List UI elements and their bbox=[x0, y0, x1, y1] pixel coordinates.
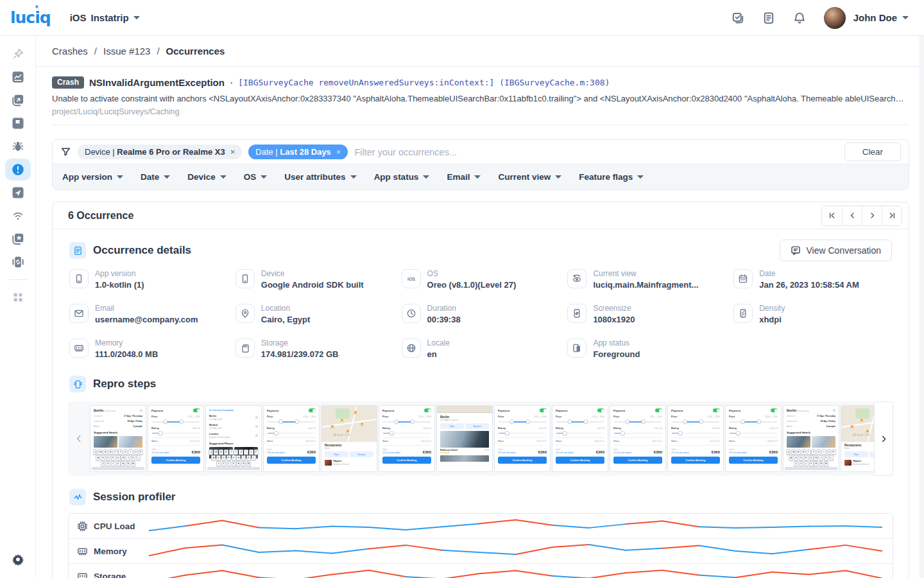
repro-step-thumbnail-location[interactable]: ➤ Current Location Berlin13-23 Apr 2018M… bbox=[205, 405, 262, 472]
alert-icon bbox=[12, 163, 24, 176]
sidebar-item-bug-reports[interactable] bbox=[5, 136, 31, 157]
filter-dropdown-app-status[interactable]: App status bbox=[374, 172, 430, 182]
bell-icon[interactable] bbox=[788, 6, 811, 30]
detail-field: Email username@company.com bbox=[69, 304, 228, 328]
user-menu-chevron-icon[interactable] bbox=[902, 15, 909, 20]
filter-chips: Device | Realme 6 Pro or Realme X3×Date … bbox=[78, 144, 348, 159]
repro-step-thumbnail-payment[interactable]: Payment Price€150 — €350 Ratingfrom 1.6 … bbox=[379, 405, 435, 472]
filter-dropdown-app-version[interactable]: App version bbox=[62, 172, 123, 182]
filter-dropdown-date[interactable]: Date bbox=[141, 172, 170, 182]
crash-message: Unable to activate constraint with ancho… bbox=[52, 94, 909, 103]
scrollbar[interactable] bbox=[920, 36, 924, 578]
repro-step-thumbnail-payment[interactable]: Payment Price€150 — €350 Ratingfrom 1.6 … bbox=[667, 405, 724, 472]
memory-icon bbox=[77, 546, 88, 557]
repro-section-title: Repro steps bbox=[93, 378, 156, 390]
detail-label: App status bbox=[593, 338, 640, 347]
profiler-sparkline bbox=[149, 516, 882, 536]
clock-icon bbox=[402, 304, 421, 323]
pagination-next-button[interactable] bbox=[862, 206, 882, 225]
view-conversation-button[interactable]: View Conversation bbox=[780, 240, 892, 261]
carousel-prev-icon[interactable] bbox=[68, 434, 90, 443]
avatar[interactable] bbox=[824, 7, 846, 29]
chip-close-icon[interactable]: × bbox=[336, 147, 341, 157]
carousel-next-button[interactable] bbox=[874, 401, 893, 476]
user-name[interactable]: John Doe bbox=[853, 12, 897, 23]
repro-step-thumbnail-search[interactable]: Berlin Germany Check-In17 Apr, ThursdayC… bbox=[783, 405, 839, 472]
app-switcher[interactable]: iOS Instatrip bbox=[70, 12, 140, 23]
detail-value: Foreground bbox=[593, 349, 640, 359]
breadcrumb-item[interactable]: Issue #123 bbox=[103, 46, 150, 57]
filter-dropdown-os[interactable]: OS bbox=[244, 172, 268, 182]
wifi-icon bbox=[12, 209, 24, 222]
repro-step-thumbnail-hotel[interactable]: Berlin 15-16 April, 2 guests FilterNeare… bbox=[436, 405, 493, 472]
sidebar-item-sessions[interactable] bbox=[5, 251, 31, 273]
sidebar-item-network[interactable] bbox=[5, 205, 31, 227]
detail-field: Current view luciq.main.Mainfragment... bbox=[567, 269, 726, 293]
sidebar-item-pages[interactable] bbox=[5, 89, 31, 111]
filter-chip[interactable]: Device | Realme 6 Pro or Realme X3× bbox=[78, 144, 242, 159]
repro-steps-icon bbox=[69, 376, 86, 392]
notes-icon[interactable] bbox=[757, 6, 780, 30]
sidebar-item-analytics[interactable] bbox=[5, 66, 31, 88]
topbar: ✶ luciq iOS Instatrip John Doe bbox=[0, 0, 924, 36]
detail-label: Email bbox=[95, 304, 198, 313]
toggle-on bbox=[597, 408, 604, 412]
repro-step-thumbnail-payment[interactable]: Payment Price€150 — €350 Ratingfrom 1.6 … bbox=[725, 405, 782, 472]
filter-dropdown-user-attributes[interactable]: User attributes bbox=[284, 172, 356, 182]
profiler-sparkline bbox=[149, 541, 882, 561]
detail-label: Density bbox=[759, 304, 785, 313]
luciq-logo[interactable]: ✶ luciq bbox=[10, 8, 51, 27]
session-profiler-table: CPU LoadMemoryStorage bbox=[68, 513, 893, 578]
repro-step-thumbnail-payment[interactable]: Payment Price€150 — €350 Ratingfrom 1.6 … bbox=[610, 405, 666, 472]
pagination-last-button[interactable] bbox=[882, 206, 902, 225]
detail-value: 1080x1920 bbox=[593, 315, 635, 324]
repro-step-thumbnail-payment[interactable]: Payment Price€150 — €350 Ratingfrom 1.6 … bbox=[494, 405, 551, 472]
detail-value: luciq.main.Mainfragment... bbox=[593, 280, 698, 290]
sidebar-item-pin[interactable] bbox=[5, 43, 31, 65]
tasks-icon[interactable] bbox=[726, 6, 749, 30]
main-content: Crashes/Issue #123/Occurrences Crash NSI… bbox=[36, 36, 924, 578]
detail-label: Locale bbox=[427, 338, 450, 347]
pagination-first-button[interactable] bbox=[822, 206, 842, 225]
smartphone-icon bbox=[235, 269, 255, 288]
detail-label: App version bbox=[95, 269, 144, 278]
sdcard-icon bbox=[235, 338, 255, 358]
topbar-icons bbox=[719, 6, 811, 30]
send-icon bbox=[12, 186, 24, 199]
filter-dropdown-current-view[interactable]: Current view bbox=[498, 172, 561, 182]
memory-icon bbox=[69, 338, 89, 358]
repro-step-thumbnail-search[interactable]: Berlin Germany Check-In17 Apr, ThursdayC… bbox=[90, 405, 146, 472]
repro-step-thumbnail-payment[interactable]: Payment Price€150 — €350 Ratingfrom 1.6 … bbox=[552, 405, 608, 472]
repro-step-thumbnail-payment[interactable]: Payment Price€150 — €350 Ratingfrom 1.6 … bbox=[263, 405, 320, 472]
crash-summary: Crash NSInvalidArgumentException · [IBGS… bbox=[52, 66, 909, 125]
sidebar-item-feature-flags[interactable] bbox=[5, 112, 31, 134]
filter-dropdown-device[interactable]: Device bbox=[187, 172, 227, 182]
clear-filters-button[interactable]: Clear bbox=[844, 143, 901, 161]
detail-value: 174.981/239.072 GB bbox=[261, 349, 339, 359]
confirm-booking-button: Confirm Booking bbox=[267, 457, 316, 464]
email-icon bbox=[69, 304, 89, 323]
filter-input[interactable] bbox=[354, 147, 837, 157]
sidebar-item-reviews[interactable] bbox=[5, 228, 31, 250]
chevron-down-icon bbox=[261, 175, 267, 179]
filter-chip[interactable]: Date | Last 28 Days× bbox=[248, 144, 348, 159]
sidebar-item-more-apps[interactable] bbox=[5, 286, 31, 308]
sidebar-item-crashes[interactable] bbox=[5, 159, 31, 180]
pagination-prev-button[interactable] bbox=[842, 206, 862, 225]
breadcrumb-item[interactable]: Crashes bbox=[52, 46, 88, 57]
filter-funnel-icon bbox=[60, 146, 71, 157]
filter-dropdown-feature-flags[interactable]: Feature flags bbox=[579, 172, 644, 182]
detail-field: Memory 111.0/2048.0 MB bbox=[69, 338, 228, 363]
sidebar-item-push[interactable] bbox=[5, 182, 31, 204]
detail-value: Cairo, Egypt bbox=[261, 315, 311, 324]
detail-field: Storage 174.981/239.072 GB bbox=[235, 338, 394, 363]
filter-dropdown-row: App versionDateDeviceOSUser attributesAp… bbox=[53, 164, 909, 189]
crash-location-code[interactable]: [IBGSurveyCache removeUnAnsweredSurveys:… bbox=[238, 78, 610, 87]
repro-step-thumbnail-map[interactable]: Madrid Restaurants Berlin FilterNearest … bbox=[321, 405, 377, 472]
filter-dropdown-email[interactable]: Email bbox=[447, 172, 481, 182]
sidebar-item-settings[interactable] bbox=[5, 548, 31, 570]
confirm-booking-button: Confirm Booking bbox=[498, 457, 547, 464]
repro-step-thumbnail-payment[interactable]: Payment Price€150 — €350 Ratingfrom 1.6 … bbox=[148, 405, 204, 472]
density-icon bbox=[733, 304, 753, 323]
chip-close-icon[interactable]: × bbox=[230, 147, 235, 157]
